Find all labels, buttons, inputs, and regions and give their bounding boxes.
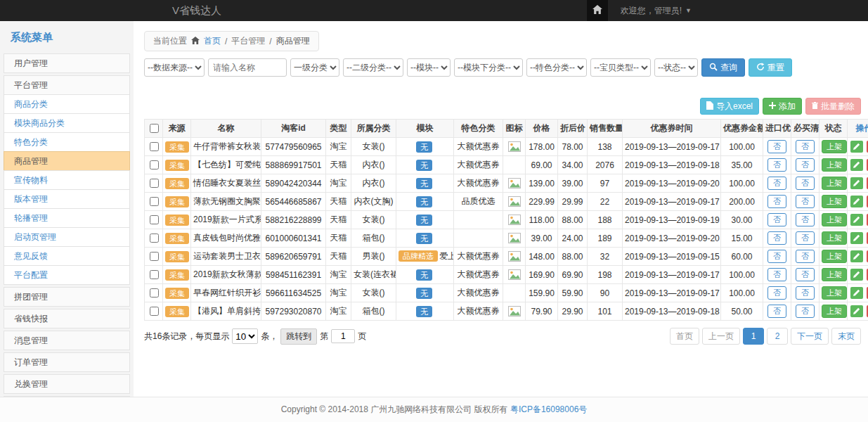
select-all-checkbox[interactable] xyxy=(150,124,159,133)
edit-button[interactable] xyxy=(850,196,863,207)
filter-select-1[interactable]: 一级分类 xyxy=(290,58,339,77)
status-button[interactable]: 上架 xyxy=(822,158,847,172)
sidebar-item-2[interactable]: 商品分类 xyxy=(4,94,130,114)
sidebar-item-8[interactable]: 轮播管理 xyxy=(4,208,130,228)
status-button[interactable]: 上架 xyxy=(822,177,847,190)
filter-select-2[interactable]: --二级分类-- xyxy=(343,58,403,77)
sidebar-item-4[interactable]: 特色分类 xyxy=(4,132,130,152)
edit-button[interactable] xyxy=(850,305,863,317)
must-buy-toggle[interactable]: 否 xyxy=(796,158,815,172)
status-button[interactable]: 上架 xyxy=(822,140,847,153)
must-buy-toggle[interactable]: 否 xyxy=(796,286,815,300)
filter-select-7[interactable]: --状态-- xyxy=(654,58,698,77)
page-button-3[interactable]: 2 xyxy=(767,328,788,345)
row-checkbox[interactable] xyxy=(150,234,159,243)
import-select-toggle[interactable]: 否 xyxy=(767,177,786,190)
import-select-toggle[interactable]: 否 xyxy=(767,140,786,153)
must-buy-toggle[interactable]: 否 xyxy=(796,268,815,281)
jump-button[interactable]: 跳转到 xyxy=(280,328,317,345)
row-checkbox[interactable] xyxy=(150,160,159,170)
import-select-toggle[interactable]: 否 xyxy=(767,158,786,172)
import-select-toggle[interactable]: 否 xyxy=(767,286,786,300)
edit-button[interactable] xyxy=(850,177,863,189)
product-category: 女装(连衣裙) xyxy=(351,266,396,284)
page-button-0[interactable]: 首页 xyxy=(670,328,699,345)
icp-link[interactable]: 粤ICP备16098006号 xyxy=(510,404,587,414)
edit-button[interactable] xyxy=(850,232,863,244)
must-buy-toggle[interactable]: 否 xyxy=(796,140,815,153)
edit-button[interactable] xyxy=(850,269,863,281)
filter-select-6[interactable]: --宝贝类型-- xyxy=(590,58,651,77)
sidebar-item-13[interactable]: 省钱快报 xyxy=(4,309,130,328)
home-icon xyxy=(592,5,602,16)
page-button-5[interactable]: 末页 xyxy=(831,328,861,345)
home-button[interactable] xyxy=(587,0,608,21)
sidebar-item-11[interactable]: 平台配置 xyxy=(4,265,130,285)
status-button[interactable]: 上架 xyxy=(822,231,847,245)
reset-button[interactable]: 重置 xyxy=(749,58,792,77)
add-button[interactable]: 添加 xyxy=(763,98,802,115)
page-button-2[interactable]: 1 xyxy=(743,328,764,345)
import-select-toggle[interactable]: 否 xyxy=(767,231,786,245)
sidebar-item-16[interactable]: 兑换管理 xyxy=(4,374,130,394)
sidebar-item-6[interactable]: 宣传物料 xyxy=(4,170,130,190)
must-buy-toggle[interactable]: 否 xyxy=(796,231,815,245)
sidebar-item-14[interactable]: 消息管理 xyxy=(4,331,130,350)
page-number-input[interactable] xyxy=(331,329,355,343)
filter-select-4[interactable]: --模块下分类-- xyxy=(454,58,523,77)
filter-select-5[interactable]: --特色分类-- xyxy=(526,58,587,77)
import-select-toggle[interactable]: 否 xyxy=(767,195,786,208)
must-buy-toggle[interactable]: 否 xyxy=(796,177,815,190)
row-checkbox[interactable] xyxy=(150,288,159,298)
must-buy-toggle[interactable]: 否 xyxy=(796,250,815,263)
must-buy-toggle[interactable]: 否 xyxy=(796,213,815,226)
filter-select-0[interactable]: --数据来源-- xyxy=(144,58,205,77)
edit-button[interactable] xyxy=(850,141,863,153)
row-checkbox[interactable] xyxy=(150,142,159,151)
per-page-select[interactable]: 10 xyxy=(232,328,258,344)
edit-button[interactable] xyxy=(850,159,863,171)
status-button[interactable]: 上架 xyxy=(822,250,847,263)
page-button-1[interactable]: 上一页 xyxy=(702,328,740,345)
import-select-toggle[interactable]: 否 xyxy=(767,213,786,226)
row-checkbox[interactable] xyxy=(150,197,159,206)
import-select-toggle[interactable]: 否 xyxy=(767,250,786,263)
edit-button[interactable] xyxy=(850,250,863,262)
import-select-toggle[interactable]: 否 xyxy=(767,268,786,281)
search-button[interactable]: 查询 xyxy=(701,58,745,77)
user-menu[interactable]: 欢迎您，管理员! ▼ xyxy=(616,4,696,18)
row-checkbox[interactable] xyxy=(150,215,159,224)
batch-delete-button[interactable]: 批量删除 xyxy=(805,98,861,115)
row-checkbox[interactable] xyxy=(150,307,159,316)
sidebar-item-1[interactable]: 平台管理 xyxy=(4,75,130,95)
sidebar-item-9[interactable]: 启动页管理 xyxy=(4,227,130,247)
breadcrumb-home-link[interactable]: 首页 xyxy=(204,35,221,47)
sidebar-item-5[interactable]: 商品管理 xyxy=(4,151,130,171)
row-checkbox[interactable] xyxy=(150,179,159,188)
import-select-toggle[interactable]: 否 xyxy=(767,305,786,318)
sidebar-item-15[interactable]: 订单管理 xyxy=(4,352,130,372)
coupon-amount: 100.00 xyxy=(721,174,763,193)
page-button-4[interactable]: 下一页 xyxy=(791,328,829,345)
must-buy-toggle[interactable]: 否 xyxy=(796,305,815,318)
status-button[interactable]: 上架 xyxy=(822,305,847,318)
status-button[interactable]: 上架 xyxy=(822,286,847,300)
status-button[interactable]: 上架 xyxy=(822,268,847,281)
sidebar-item-10[interactable]: 意见反馈 xyxy=(4,246,130,266)
row-checkbox[interactable] xyxy=(150,252,159,261)
status-button[interactable]: 上架 xyxy=(822,195,847,208)
sidebar-item-12[interactable]: 拼团管理 xyxy=(4,287,130,307)
sidebar-item-3[interactable]: 模块商品分类 xyxy=(4,113,130,133)
filter-select-3[interactable]: --模块-- xyxy=(407,58,451,77)
status-button[interactable]: 上架 xyxy=(822,213,847,226)
column-header-15: 状态 xyxy=(820,120,848,138)
edit-button[interactable] xyxy=(850,287,863,299)
row-checkbox[interactable] xyxy=(150,270,159,279)
sidebar-item-7[interactable]: 版本管理 xyxy=(4,189,130,209)
edit-button[interactable] xyxy=(850,214,863,226)
sidebar-item-0[interactable]: 用户管理 xyxy=(4,53,130,73)
must-buy-toggle[interactable]: 否 xyxy=(796,195,815,208)
import-excel-button[interactable]: 导入excel xyxy=(700,98,759,115)
product-type: 淘宝 xyxy=(326,266,351,284)
name-search-input[interactable] xyxy=(208,58,287,77)
